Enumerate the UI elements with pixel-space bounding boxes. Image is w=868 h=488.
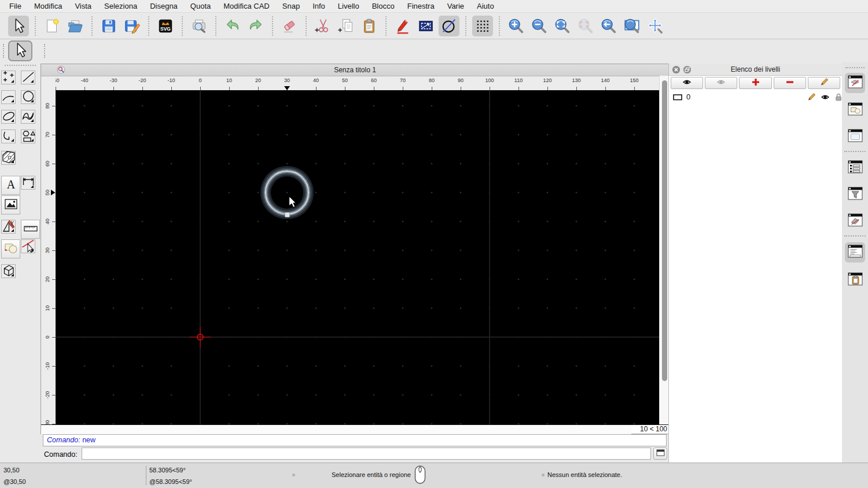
export-svg-button[interactable]: SVG — [155, 16, 176, 36]
zoom-previous-button[interactable] — [598, 16, 619, 36]
add-layer-button[interactable] — [739, 77, 771, 89]
menu-disegna[interactable]: Disegna — [144, 2, 184, 10]
edit-attributes-button[interactable] — [392, 16, 413, 36]
layer-edit-icon[interactable] — [807, 93, 816, 102]
zoom-auto-button[interactable] — [552, 16, 573, 36]
zoom-window-button[interactable] — [621, 16, 642, 36]
selection-pointer-button[interactable] — [8, 40, 32, 61]
tool-circle[interactable] — [21, 90, 35, 104]
save-as-button[interactable] — [122, 16, 142, 36]
tool-modify[interactable] — [1, 220, 16, 234]
toolbar-separator — [385, 16, 387, 36]
toolbar-separator — [91, 16, 93, 36]
copy-button[interactable] — [336, 16, 356, 36]
vertical-scrollbar[interactable] — [659, 76, 669, 424]
tool-spline[interactable] — [21, 110, 35, 124]
tool-polygon[interactable] — [21, 130, 35, 143]
v-ruler-label: 60 — [45, 158, 50, 169]
zoom-pan-button[interactable] — [645, 16, 665, 36]
hide-all-layers-button[interactable] — [705, 77, 737, 89]
tool-polyline[interactable] — [1, 130, 16, 143]
float-panel-button[interactable] — [683, 65, 692, 76]
command-options-button[interactable] — [653, 448, 667, 460]
v-ruler-label: -10 — [45, 360, 50, 372]
dock-blocks-icon — [847, 101, 863, 119]
panel-toggle-library[interactable] — [845, 127, 865, 147]
tool-image[interactable] — [1, 195, 20, 215]
drawing-window-titlebar[interactable]: Senza titolo 1 — [41, 64, 669, 76]
close-panel-button[interactable] — [672, 65, 681, 76]
panel-toggle-inspector[interactable] — [845, 211, 865, 231]
menu-livello[interactable]: Livello — [332, 2, 366, 10]
v-ruler-label: 20 — [45, 273, 50, 285]
redo-button[interactable] — [245, 16, 266, 36]
panel-toggle-pen[interactable] — [845, 73, 865, 93]
tool-3d[interactable] — [1, 264, 16, 278]
dock-grip[interactable] — [845, 67, 865, 68]
h-ruler-label: 100 — [482, 77, 497, 83]
open-drawing-button[interactable] — [65, 16, 86, 36]
tool-dimension[interactable] — [21, 176, 35, 190]
command-input[interactable] — [82, 448, 651, 460]
menu-varie[interactable]: Varie — [441, 2, 470, 10]
show-all-layers-button[interactable] — [671, 77, 703, 89]
menu-file[interactable]: File — [3, 2, 28, 10]
menu-finestra[interactable]: Finestra — [401, 2, 441, 10]
toolbar-grip[interactable] — [44, 44, 45, 58]
tool-text[interactable]: A — [1, 176, 20, 195]
menu-modifica-cad[interactable]: Modifica CAD — [217, 2, 275, 10]
menu-info[interactable]: Info — [306, 2, 332, 10]
circle-entity[interactable] — [265, 171, 309, 215]
paste-button[interactable] — [359, 16, 380, 36]
tool-line[interactable] — [21, 71, 35, 84]
save-button[interactable] — [98, 16, 119, 36]
menu-blocco[interactable]: Blocco — [366, 2, 401, 10]
panel-toggle-clipboard[interactable] — [845, 270, 865, 290]
palette-grip[interactable] — [5, 65, 36, 66]
drawing-canvas[interactable] — [56, 90, 659, 424]
panel-toggle-layer-list[interactable] — [845, 158, 865, 178]
horizontal-scrollbar[interactable] — [41, 424, 631, 434]
snap-handle[interactable] — [285, 212, 290, 217]
panel-toggle-filter[interactable] — [845, 184, 865, 205]
zoom-out-button[interactable] — [529, 16, 550, 36]
tool-points[interactable] — [1, 71, 16, 84]
menu-modifica[interactable]: Modifica — [28, 2, 68, 10]
tool-select-entity[interactable] — [21, 239, 35, 253]
vertical-scrollbar-thumb[interactable] — [662, 80, 667, 381]
dock-command-icon — [847, 243, 863, 261]
print-preview-button[interactable] — [189, 16, 209, 36]
menu-seleziona[interactable]: Seleziona — [98, 2, 144, 10]
v-ruler-label: 70 — [45, 129, 50, 141]
toggle-grid-button[interactable] — [472, 16, 493, 36]
cut-button[interactable] — [312, 16, 333, 36]
menu-vista[interactable]: Vista — [68, 2, 98, 10]
select-window-button[interactable] — [415, 16, 436, 36]
edit-layer-button[interactable] — [808, 77, 840, 89]
h-ruler-label: 50 — [337, 77, 352, 83]
zoom-in-button[interactable] — [506, 16, 527, 36]
delete-button[interactable] — [279, 16, 300, 36]
select-tool[interactable] — [8, 16, 29, 36]
tool-measure[interactable] — [21, 220, 40, 239]
svg-text:SVG: SVG — [160, 25, 171, 31]
layer-visibility-icon[interactable] — [821, 93, 830, 102]
layer-color-icon — [673, 93, 683, 102]
tool-ellipse[interactable] — [1, 110, 16, 124]
zoom-redraw-button[interactable] — [575, 16, 596, 36]
undo-button[interactable] — [222, 16, 243, 36]
menu-snap[interactable]: Snap — [276, 2, 306, 10]
toolbar-grip[interactable] — [3, 44, 4, 58]
layer-row[interactable]: 0 — [669, 91, 842, 103]
tool-info[interactable] — [1, 239, 20, 258]
tool-hatch[interactable] — [1, 151, 16, 165]
divide-circle-button[interactable] — [439, 16, 459, 36]
tool-arc[interactable] — [1, 90, 16, 104]
save-as-icon — [123, 17, 141, 35]
remove-layer-button[interactable] — [774, 77, 806, 89]
menu-aiuto[interactable]: Aiuto — [470, 2, 501, 10]
panel-toggle-command-line[interactable] — [845, 242, 865, 263]
panel-toggle-blocks[interactable] — [845, 100, 865, 120]
new-drawing-button[interactable] — [42, 16, 62, 36]
menu-quota[interactable]: Quota — [184, 2, 217, 10]
